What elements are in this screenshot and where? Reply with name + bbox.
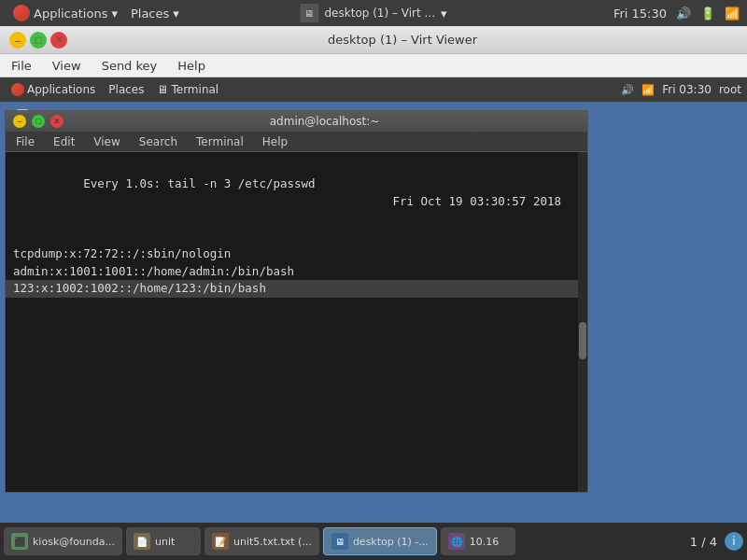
virt-menu-view[interactable]: View (47, 57, 87, 75)
inner-places-menu[interactable]: Places (103, 81, 149, 98)
taskbar-unit-label: unit (155, 536, 175, 548)
term-empty-line (13, 228, 580, 245)
desktop-icon: 🖥 (300, 4, 318, 22)
term-line-3: 123:x:1002:1002::/home/123:/bin/bash (6, 280, 587, 298)
inner-app-icon (11, 83, 24, 96)
term-minimize-button[interactable]: – (13, 115, 26, 128)
minimize-button[interactable]: – (9, 32, 26, 49)
page-indicator: 1 / 4 (690, 535, 717, 549)
chevron-down-icon: ▾ (111, 7, 118, 21)
places-label: Places (131, 7, 169, 21)
term-menu-file[interactable]: File (11, 133, 39, 150)
system-bar-center: 🖥 desktop (1) – Virt ... ▾ (300, 4, 446, 22)
term-menu-help[interactable]: Help (258, 133, 292, 150)
ip-icon: 🌐 (448, 533, 465, 550)
terminal-scrollbar[interactable] (578, 152, 587, 492)
inner-datetime: Fri 03:30 (662, 83, 712, 96)
network-icon[interactable]: 📶 (725, 7, 740, 21)
taskbar-kiosk-label: kiosk@founda... (33, 536, 115, 548)
volume-icon[interactable]: 🔊 (676, 7, 691, 21)
inner-network-icon[interactable]: 📶 (641, 84, 655, 96)
inner-user: root (719, 83, 741, 96)
chevron-down-icon: ▾ (441, 7, 447, 21)
taskbar-item-unit5[interactable]: 📝 unit5.txt.txt (... (204, 527, 319, 555)
outer-system-bar: Applications ▾ Places ▾ 🖥 desktop (1) – … (0, 0, 747, 26)
system-bar-right: Fri 15:30 🔊 🔋 📶 (613, 7, 740, 21)
term-maximize-button[interactable]: □ (32, 115, 45, 128)
inner-volume-icon[interactable]: 🔊 (621, 84, 634, 96)
app-icon (13, 5, 30, 21)
taskbar-item-kiosk[interactable]: ⬛ kiosk@founda... (4, 527, 122, 555)
term-line-1: tcpdump:x:72:72::/:sbin/nologin (13, 245, 580, 263)
inner-top-bar: Applications Places 🖥 Terminal 🔊 📶 Fri 0… (0, 77, 747, 102)
taskbar-desktop-label: desktop (1) -... (353, 536, 429, 548)
virt-window-controls: – □ ✕ (9, 32, 67, 49)
taskbar-item-desktop[interactable]: 🖥 desktop (1) -... (323, 527, 437, 555)
term-close-button[interactable]: ✕ (50, 115, 63, 128)
virt-title-bar: – □ ✕ desktop (1) – Virt Viewer (0, 26, 747, 54)
virt-menu-file[interactable]: File (6, 57, 37, 75)
virt-window-title: desktop (1) – Virt Viewer (67, 33, 738, 47)
inner-top-left: Applications Places 🖥 Terminal (6, 81, 224, 98)
taskbar-item-ip[interactable]: 🌐 10.16 (441, 527, 515, 555)
term-menu-edit[interactable]: Edit (49, 133, 79, 150)
inner-places-label: Places (108, 83, 144, 96)
terminal-title: admin@localhost:~ (69, 115, 580, 128)
virt-menu-help[interactable]: Help (172, 57, 211, 75)
terminal-window: – □ ✕ admin@localhost:~ File Edit View S… (5, 110, 588, 493)
applications-menu[interactable]: Applications ▾ (7, 3, 123, 23)
kiosk-icon: ⬛ (11, 533, 28, 550)
unit-icon: 📄 (134, 533, 150, 550)
system-datetime: Fri 15:30 (613, 7, 667, 21)
taskbar-unit5-label: unit5.txt.txt (... (233, 536, 312, 548)
applications-label: Applications (34, 7, 107, 21)
inner-terminal-label: Terminal (171, 83, 218, 96)
term-menu-search[interactable]: Search (134, 133, 182, 150)
inner-applications-label: Applications (27, 83, 95, 96)
term-menu-terminal[interactable]: Terminal (191, 133, 248, 150)
inner-top-right: 🔊 📶 Fri 03:30 root (621, 83, 741, 96)
virt-viewer-window: – □ ✕ desktop (1) – Virt Viewer File Vie… (0, 26, 747, 560)
terminal-menu: File Edit View Search Terminal Help (6, 132, 587, 152)
outer-taskbar: ⬛ kiosk@founda... 📄 unit 📝 unit5.txt.txt… (0, 523, 747, 560)
system-bar-left: Applications ▾ Places ▾ (7, 3, 185, 23)
virt-menu-send-key[interactable]: Send key (96, 57, 163, 75)
taskbar-item-unit[interactable]: 📄 unit (126, 527, 201, 555)
virt-menu-bar: File View Send key Help (0, 54, 747, 77)
term-line-2: admin:x:1001:1001::/home/admin:/bin/bash (13, 263, 580, 281)
vm-desktop: Applications Places 🖥 Terminal 🔊 📶 Fri 0… (0, 77, 747, 560)
terminal-content[interactable]: Every 1.0s: tail -n 3 /etc/passwd Fri Oc… (6, 152, 587, 492)
chevron-down-icon: ▾ (173, 7, 179, 21)
inner-applications-menu[interactable]: Applications (6, 81, 101, 98)
term-command-line: Every 1.0s: tail -n 3 /etc/passwd Fri Oc… (13, 158, 580, 228)
term-menu-view[interactable]: View (89, 133, 124, 150)
places-menu[interactable]: Places ▾ (125, 5, 185, 22)
close-button[interactable]: ✕ (50, 32, 67, 49)
desktop-title: desktop (1) – Virt ... (324, 7, 434, 20)
maximize-button[interactable]: □ (30, 32, 47, 49)
scrollbar-thumb[interactable] (579, 322, 586, 359)
inner-terminal-menu[interactable]: 🖥 Terminal (151, 81, 224, 98)
outer-right-info: 1 / 4 i (690, 532, 743, 551)
terminal-title-bar: – □ ✕ admin@localhost:~ (6, 111, 587, 132)
unit5-icon: 📝 (212, 533, 229, 550)
taskbar-ip-label: 10.16 (470, 536, 500, 548)
info-button[interactable]: i (725, 532, 743, 551)
battery-icon[interactable]: 🔋 (700, 7, 715, 21)
desktop-task-icon: 🖥 (331, 533, 348, 550)
